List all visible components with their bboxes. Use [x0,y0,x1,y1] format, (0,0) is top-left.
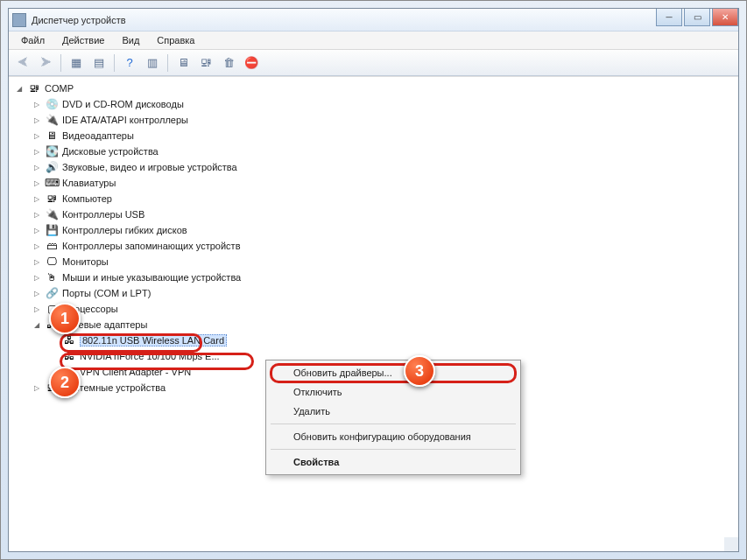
audio-icon: 🔊 [45,160,59,174]
tree-item-mouse[interactable]: ▷🖱Мыши и иные указывающие устройства [32,270,733,285]
uninstall-button[interactable]: 🗑 [218,52,239,74]
expand-icon[interactable]: ▷ [32,242,41,251]
annotation-ring-3 [270,363,517,383]
callout-1: 1 [49,303,81,334]
tree-item-storage[interactable]: ▷🗃Контроллеры запоминающих устройств [32,238,733,254]
tree-item-disk[interactable]: ▷💽Дисковые устройства [32,144,733,159]
pc-icon: 🖳 [45,192,59,206]
tree-item-ide[interactable]: ▷🔌IDE ATA/ATAPI контроллеры [32,112,733,128]
tree-item-video[interactable]: ▷🖥Видеоадаптеры [32,128,733,144]
context-disable[interactable]: Отключить [269,382,518,402]
adapter-icon: 🖧 [62,349,76,363]
update-driver-button[interactable]: 🖳 [195,52,216,74]
collapse-icon[interactable]: ◢ [32,320,41,330]
tree-content: ◢ 🖳 COMP ▷💿DVD и CD-ROM дисководы ▷🔌IDE … [9,76,738,551]
app-icon [12,13,26,27]
expand-icon[interactable]: ▷ [32,210,41,220]
tree-item-audio[interactable]: ▷🔊Звуковые, видео и игровые устройства [32,159,733,175]
forward-button[interactable]: ⮞ [35,52,56,74]
scroll-corner [724,537,738,551]
floppy-icon: 💾 [45,223,59,237]
menu-help[interactable]: Справка [150,33,201,47]
computer-icon: 🖳 [27,81,41,95]
tree-item-ports[interactable]: ▷🔗Порты (COM и LPT) [32,285,733,301]
context-refresh-config[interactable]: Обновить конфигурацию оборудования [269,427,518,446]
expand-icon[interactable]: ▷ [32,257,41,267]
show-hide-tree-button[interactable]: ▦ [66,52,87,74]
expand-icon[interactable]: ▷ [32,131,41,141]
back-button[interactable]: ⮜ [12,52,33,74]
titlebar: Диспетчер устройств ─ ▭ ✕ [9,9,738,32]
expand-icon[interactable]: ▷ [32,273,41,283]
storage-icon: 🗃 [45,239,59,253]
context-properties[interactable]: Свойства [269,452,518,472]
selected-device-label: 802.11n USB Wireless LAN Card [80,334,227,346]
disk-icon: 💽 [45,144,59,158]
callout-3: 3 [404,355,435,387]
context-separator [271,449,516,450]
expand-icon[interactable]: ▷ [32,147,41,157]
expand-icon[interactable]: ▷ [32,304,41,314]
menubar: Файл Действие Вид Справка [9,32,738,50]
video-icon: 🖥 [45,129,59,143]
properties-button[interactable]: ▤ [88,52,109,74]
tree-item-wlan[interactable]: 🖧802.11n USB Wireless LAN Card [49,332,733,348]
scan-hardware-button[interactable]: 🖥 [173,52,194,74]
menu-view[interactable]: Вид [115,33,146,47]
toolbar: ⮜ ⮞ ▦ ▤ ? ▥ 🖥 🖳 🗑 ⛔ [9,50,738,76]
menu-action[interactable]: Действие [55,33,111,47]
callout-2: 2 [49,367,81,398]
port-icon: 🔗 [45,286,59,300]
maximize-button[interactable]: ▭ [684,9,710,26]
expand-icon[interactable]: ▷ [32,116,41,125]
tree-item-floppy[interactable]: ▷💾Контроллеры гибких дисков [32,222,733,238]
tree-item-cpu[interactable]: ▷▢Процессоры [32,301,733,317]
expand-icon[interactable]: ▷ [32,100,41,109]
collapse-icon[interactable]: ◢ [14,84,24,94]
menu-file[interactable]: Файл [14,33,52,47]
tree-root[interactable]: ◢ 🖳 COMP [14,80,733,96]
dvd-icon: 💿 [45,97,59,111]
tree-item-computer[interactable]: ▷🖳Компьютер [32,191,733,206]
usb-icon: 🔌 [45,207,59,221]
close-button[interactable]: ✕ [712,9,738,26]
tree-item-keyboard[interactable]: ▷⌨Клавиатуры [32,175,733,191]
minimize-button[interactable]: ─ [656,9,682,26]
keyboard-icon: ⌨ [45,176,59,190]
disable-button[interactable]: ⛔ [241,52,262,74]
mouse-icon: 🖱 [45,270,59,284]
expand-icon[interactable]: ▷ [32,194,41,204]
help-button[interactable]: ? [119,52,140,74]
root-label: COMP [45,83,74,94]
context-delete[interactable]: Удалить [269,402,518,421]
expand-icon[interactable]: ▷ [32,226,41,235]
tree-item-usb[interactable]: ▷🔌Контроллеры USB [32,206,733,222]
ide-icon: 🔌 [45,113,59,127]
toolbar-button[interactable]: ▥ [142,52,163,74]
expand-icon[interactable]: ▷ [32,289,41,298]
context-menu: Обновить драйверы... Отключить Удалить О… [265,360,521,475]
tree-item-dvd[interactable]: ▷💿DVD и CD-ROM дисководы [32,96,733,112]
monitor-icon: 🖵 [45,255,59,269]
window-title: Диспетчер устройств [32,15,126,25]
tree-item-monitor[interactable]: ▷🖵Мониторы [32,254,733,270]
expand-icon[interactable]: ▷ [32,178,41,188]
expand-icon[interactable]: ▷ [32,383,41,393]
adapter-icon: 🖧 [62,333,76,347]
expand-icon[interactable]: ▷ [32,163,41,172]
context-separator [271,424,516,424]
tree-item-network[interactable]: ◢🖧Сетевые адаптеры [32,317,733,332]
